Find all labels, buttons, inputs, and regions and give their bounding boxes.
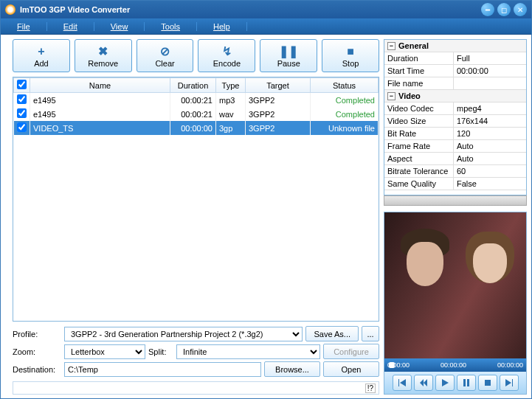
property-row[interactable]: File name	[384, 77, 526, 90]
property-row[interactable]: Same QualityFalse	[384, 178, 526, 190]
property-row[interactable]: Video Codecmpeg4	[384, 103, 526, 115]
props-video-header[interactable]: −Video	[384, 90, 526, 103]
content: +Add ✖Remove ⊘Clear ↯Encode ❚❚Pause ■Sto…	[1, 35, 531, 399]
col-status[interactable]: Status	[311, 78, 379, 93]
titlebar: ImTOO 3GP Video Converter ━ ◻ ✕	[1, 1, 531, 18]
file-list[interactable]: Name Duration Type Target Status e149500…	[13, 77, 379, 322]
maximize-button[interactable]: ◻	[497, 3, 511, 16]
timeline-slider[interactable]	[389, 362, 395, 368]
prop-value[interactable]: 176x144	[454, 115, 526, 127]
property-row[interactable]: Video Size176x144	[384, 115, 526, 128]
stop-icon: ■	[343, 44, 358, 59]
menu-view[interactable]: View	[94, 22, 145, 31]
save-as-button[interactable]: Save As...	[305, 326, 359, 341]
menu-tools[interactable]: Tools	[145, 22, 197, 31]
time-current: 00:00:00	[441, 361, 466, 369]
prop-key: Video Size	[384, 115, 454, 127]
prop-value[interactable]: 120	[454, 128, 526, 139]
prop-value[interactable]: Auto	[454, 140, 526, 152]
prop-key: Start Time	[384, 65, 454, 77]
profile-more-button[interactable]: ...	[362, 326, 379, 341]
table-row[interactable]: e149500:00:21mp33GPP2Completed	[14, 93, 379, 108]
cell-status: Unknown file	[311, 121, 379, 135]
table-row[interactable]: VIDEO_TS00:00:003gp3GPP2Unknown file	[14, 121, 379, 135]
cell-duration: 00:00:21	[170, 93, 216, 108]
row-checkbox[interactable]	[17, 94, 27, 104]
close-button[interactable]: ✕	[514, 3, 527, 16]
configure-button[interactable]: Configure	[323, 344, 379, 359]
preview-panel: 0:00:00 00:00:00 00:00:00	[384, 212, 527, 395]
prop-value[interactable]: Auto	[454, 153, 526, 164]
pause-icon: ❚❚	[281, 44, 296, 59]
col-check[interactable]	[14, 78, 30, 93]
encode-button[interactable]: ↯Encode	[198, 39, 255, 72]
open-button[interactable]: Open	[323, 361, 379, 377]
prop-value[interactable]: Full	[454, 52, 526, 64]
browse-button[interactable]: Browse...	[264, 361, 320, 377]
window-title: ImTOO 3GP Video Converter	[20, 5, 478, 14]
preview-timeline[interactable]: 0:00:00 00:00:00 00:00:00	[384, 358, 526, 372]
col-type[interactable]: Type	[216, 78, 246, 93]
app-logo-icon	[5, 4, 15, 15]
preview-video[interactable]	[384, 212, 526, 358]
menu-help[interactable]: Help	[197, 22, 247, 31]
property-row[interactable]: Frame RateAuto	[384, 140, 526, 153]
menu-edit[interactable]: Edit	[47, 22, 94, 31]
col-name[interactable]: Name	[30, 78, 170, 93]
pause-button[interactable]: ❚❚Pause	[260, 39, 317, 72]
status-help-icon[interactable]: !?	[365, 384, 376, 393]
cell-duration: 00:00:21	[170, 107, 216, 121]
remove-button[interactable]: ✖Remove	[75, 39, 132, 72]
cell-status: Completed	[311, 107, 379, 121]
profile-select[interactable]: 3GPP2 - 3rd Generation Partnership Proje…	[64, 327, 303, 341]
prop-value[interactable]: False	[454, 178, 526, 190]
prop-value[interactable]: 60	[454, 165, 526, 177]
cell-status: Completed	[311, 93, 379, 108]
destination-input[interactable]	[64, 362, 261, 377]
property-row[interactable]: Start Time00:00:00	[384, 65, 526, 77]
destination-label: Destination:	[13, 365, 61, 374]
preview-stop-button[interactable]	[478, 375, 497, 391]
prop-key: Bit Rate	[384, 128, 454, 139]
preview-pause-button[interactable]	[457, 375, 476, 391]
cell-duration: 00:00:00	[170, 121, 216, 135]
property-row[interactable]: AspectAuto	[384, 153, 526, 165]
clear-button[interactable]: ⊘Clear	[137, 39, 194, 72]
rewind-button[interactable]	[414, 375, 433, 391]
col-target[interactable]: Target	[246, 78, 311, 93]
property-row[interactable]: DurationFull	[384, 52, 526, 65]
prop-value[interactable]	[454, 77, 526, 89]
props-general-header[interactable]: −General	[384, 40, 526, 52]
prop-value[interactable]: 00:00:00	[454, 65, 526, 77]
stop-button[interactable]: ■Stop	[322, 39, 379, 72]
row-checkbox[interactable]	[17, 108, 27, 118]
plus-icon: +	[34, 44, 49, 59]
row-checkbox[interactable]	[17, 122, 27, 132]
property-row[interactable]: Bit Rate120	[384, 128, 526, 140]
cell-target: 3GPP2	[246, 107, 311, 121]
skip-back-button[interactable]	[393, 375, 412, 391]
cell-name: VIDEO_TS	[30, 121, 170, 135]
collapse-icon[interactable]: −	[387, 92, 395, 100]
props-scrollbar[interactable]	[384, 195, 527, 206]
cell-type: 3gp	[216, 121, 246, 135]
add-button[interactable]: +Add	[13, 39, 70, 72]
col-duration[interactable]: Duration	[170, 78, 216, 93]
prop-value[interactable]: mpeg4	[454, 103, 526, 114]
check-all[interactable]	[17, 80, 27, 89]
statusbar: !?	[13, 381, 379, 395]
split-select[interactable]: Infinite	[176, 344, 320, 359]
play-button[interactable]	[435, 375, 455, 391]
minimize-button[interactable]: ━	[481, 3, 494, 16]
file-list-header: Name Duration Type Target Status	[14, 78, 379, 93]
table-row[interactable]: e149500:00:21wav3GPP2Completed	[14, 107, 379, 121]
profile-label: Profile:	[13, 330, 61, 339]
property-row[interactable]: Bitrate Tolerance60	[384, 165, 526, 178]
zoom-select[interactable]: Letterbox	[64, 344, 145, 359]
properties-panel[interactable]: −General DurationFullStart Time00:00:00F…	[384, 39, 527, 195]
cell-type: mp3	[216, 93, 246, 108]
menu-file[interactable]: File	[1, 22, 47, 31]
collapse-icon[interactable]: −	[387, 42, 395, 50]
prop-key: Same Quality	[384, 178, 454, 190]
skip-fwd-button[interactable]	[500, 375, 519, 391]
